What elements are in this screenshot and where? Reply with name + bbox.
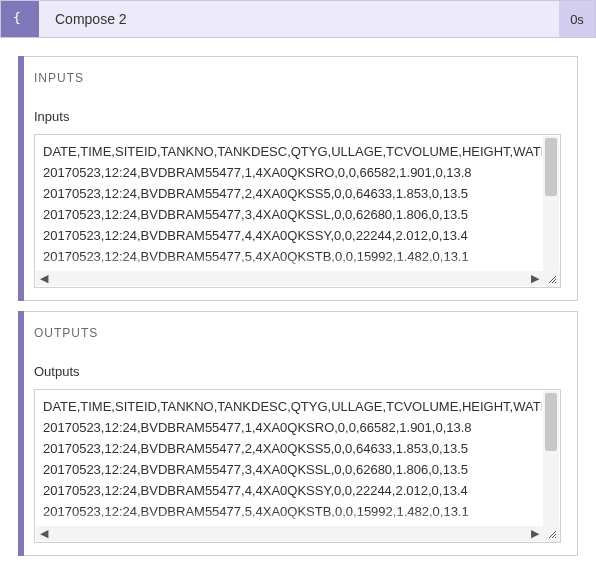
step-duration: 0s [559,1,595,37]
resize-icon[interactable] [543,526,560,542]
step-icon-box: { } [1,1,39,37]
step-header[interactable]: { } Compose 2 0s [0,0,596,38]
vertical-scrollbar[interactable] [543,391,559,541]
svg-text:{ }: { } [13,10,30,25]
horizontal-scrollbar[interactable]: ◀ ▶ [36,526,543,541]
inputs-field-label: Inputs [34,109,561,124]
inputs-card: INPUTS Inputs DATE,TIME,SITEID,TANKNO,TA… [18,56,578,301]
step-title: Compose 2 [39,1,559,37]
vertical-scrollbar[interactable] [543,136,559,286]
scroll-left-icon[interactable]: ◀ [36,271,52,286]
data-operations-icon: { } [10,7,30,31]
resize-icon[interactable] [543,271,560,287]
scroll-right-icon[interactable]: ▶ [527,271,543,286]
scroll-right-icon[interactable]: ▶ [527,526,543,541]
inputs-data-content: DATE,TIME,SITEID,TANKNO,TANKDESC,QTYG,UL… [43,141,542,288]
scroll-left-icon[interactable]: ◀ [36,526,52,541]
horizontal-scrollbar[interactable]: ◀ ▶ [36,271,543,286]
inputs-card-title: INPUTS [34,71,561,85]
outputs-field-label: Outputs [34,364,561,379]
outputs-data-content: DATE,TIME,SITEID,TANKNO,TANKDESC,QTYG,UL… [43,396,542,543]
outputs-data-box[interactable]: DATE,TIME,SITEID,TANKNO,TANKDESC,QTYG,UL… [34,389,561,543]
outputs-card-title: OUTPUTS [34,326,561,340]
outputs-card: OUTPUTS Outputs DATE,TIME,SITEID,TANKNO,… [18,311,578,556]
inputs-data-box[interactable]: DATE,TIME,SITEID,TANKNO,TANKDESC,QTYG,UL… [34,134,561,288]
